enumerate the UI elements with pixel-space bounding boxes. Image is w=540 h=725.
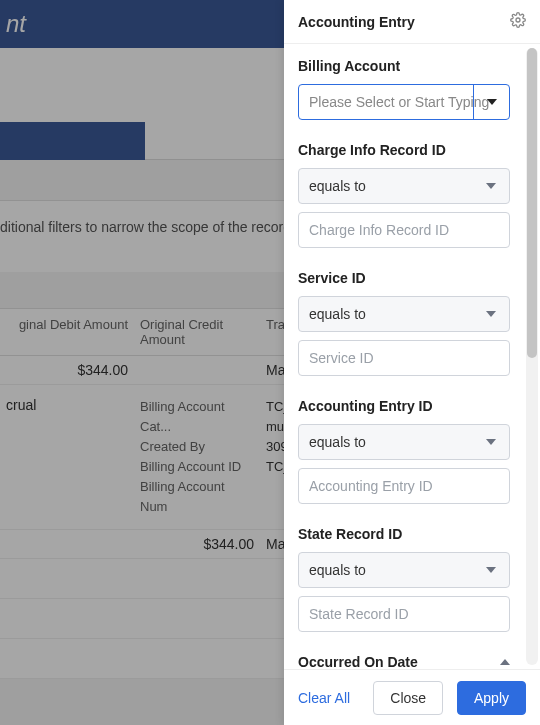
chevron-up-icon[interactable]: [500, 659, 510, 665]
chevron-down-icon[interactable]: [473, 553, 509, 587]
state-record-operator[interactable]: equals to: [298, 552, 510, 588]
accounting-entry-operator[interactable]: equals to: [298, 424, 510, 460]
accounting-entry-input[interactable]: [298, 468, 510, 504]
charge-info-field[interactable]: [309, 222, 499, 238]
label-charge-info: Charge Info Record ID: [298, 142, 510, 158]
panel-footer: Clear All Close Apply: [284, 669, 540, 725]
scrollbar-thumb[interactable]: [527, 48, 537, 358]
gear-icon[interactable]: [510, 12, 526, 31]
billing-account-select[interactable]: Please Select or Start Typing: [298, 84, 510, 120]
col-debit: ginal Debit Amount: [0, 317, 134, 347]
panel-scroll-area[interactable]: Billing Account Please Select or Start T…: [284, 44, 524, 669]
label-service-id: Service ID: [298, 270, 510, 286]
section-state-record-id: State Record ID equals to: [298, 526, 510, 632]
label-billing-account: Billing Account: [298, 58, 510, 74]
apply-button[interactable]: Apply: [457, 681, 526, 715]
service-id-operator[interactable]: equals to: [298, 296, 510, 332]
section-service-id: Service ID equals to: [298, 270, 510, 376]
charge-info-operator[interactable]: equals to: [298, 168, 510, 204]
label-occurred-on[interactable]: Occurred On Date: [298, 654, 510, 669]
section-accounting-entry-id: Accounting Entry ID equals to: [298, 398, 510, 504]
service-id-input[interactable]: [298, 340, 510, 376]
scrollbar[interactable]: [526, 48, 538, 665]
clear-all-link[interactable]: Clear All: [298, 690, 350, 706]
tab-active[interactable]: [0, 122, 145, 160]
chevron-down-icon[interactable]: [473, 425, 509, 459]
close-button[interactable]: Close: [373, 681, 443, 715]
charge-info-input[interactable]: [298, 212, 510, 248]
state-record-field[interactable]: [309, 606, 499, 622]
section-billing-account: Billing Account Please Select or Start T…: [298, 58, 510, 120]
label-accounting-entry-id: Accounting Entry ID: [298, 398, 510, 414]
col-credit: Original Credit Amount: [134, 317, 260, 347]
panel-header: Accounting Entry: [284, 0, 540, 44]
section-occurred-on: Occurred On Date: [298, 654, 510, 669]
chevron-down-icon[interactable]: [473, 169, 509, 203]
state-record-input[interactable]: [298, 596, 510, 632]
app-title-fragment: nt: [6, 10, 26, 38]
chevron-down-icon[interactable]: [473, 297, 509, 331]
label-state-record-id: State Record ID: [298, 526, 510, 542]
svg-point-0: [516, 18, 520, 22]
service-id-field[interactable]: [309, 350, 499, 366]
section-charge-info: Charge Info Record ID equals to: [298, 142, 510, 248]
panel-title: Accounting Entry: [298, 14, 415, 30]
chevron-down-icon[interactable]: [473, 85, 509, 119]
accounting-entry-field[interactable]: [309, 478, 499, 494]
filter-panel: Accounting Entry Billing Account Please …: [284, 0, 540, 725]
